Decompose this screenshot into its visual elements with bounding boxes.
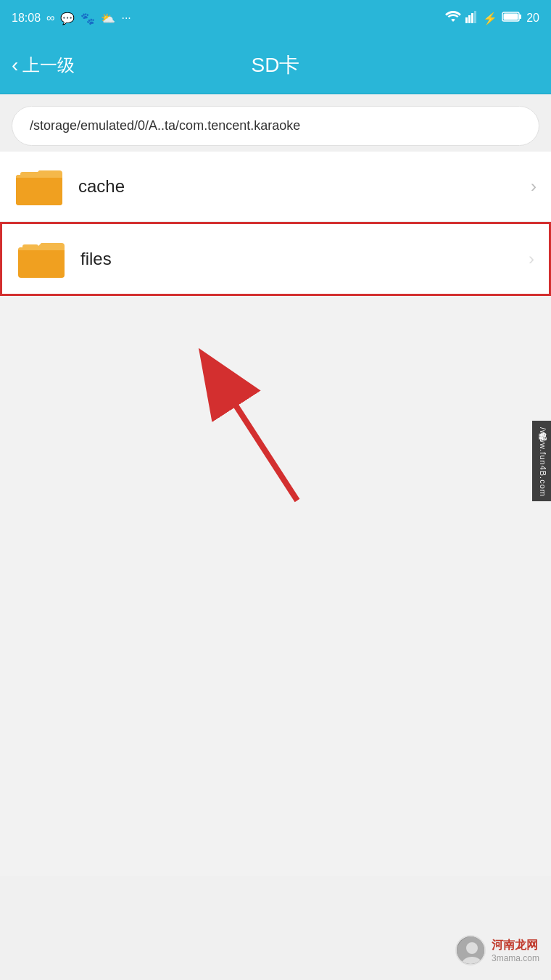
message-icon: 💬 [60, 12, 75, 25]
charging-icon: ⚡ [483, 12, 497, 25]
svg-rect-6 [504, 14, 518, 20]
more-icon: ··· [121, 12, 130, 25]
folder-icon-cache [14, 165, 64, 208]
file-list: cache › files › [0, 152, 551, 296]
status-right: ⚡ 20 [445, 10, 539, 26]
battery-level: 20 [526, 12, 539, 25]
svg-rect-10 [20, 172, 36, 178]
svg-rect-2 [471, 13, 473, 23]
status-bar: 18:08 ∞ 💬 🐾 ⛅ ··· ⚡ [0, 0, 551, 36]
list-item-cache[interactable]: cache › [0, 152, 551, 222]
bottom-watermark: 河南龙网 3mama.com [455, 935, 539, 965]
svg-rect-11 [18, 247, 65, 278]
cloud-icon: ⛅ [101, 12, 115, 25]
watermark-site: 河南龙网 [492, 938, 539, 953]
list-item-files[interactable]: files › [0, 222, 551, 296]
back-label: 上一级 [22, 54, 75, 77]
side-watermark: 成都吧/www.fun4B.com [532, 421, 551, 501]
svg-rect-12 [22, 244, 38, 250]
chevron-icon-files: › [529, 249, 534, 269]
file-name-cache: cache [78, 176, 525, 197]
status-left: 18:08 ∞ 💬 🐾 ⛅ ··· [12, 12, 131, 25]
photo-icon: 🐾 [80, 12, 95, 25]
svg-rect-5 [519, 15, 521, 19]
file-name-files: files [80, 249, 523, 269]
page-title: SD卡 [252, 52, 300, 79]
signal-icon [465, 10, 478, 26]
folder-icon-files [17, 237, 66, 281]
back-arrow-icon: ‹ [12, 55, 18, 75]
wifi-icon [445, 10, 461, 26]
svg-point-16 [466, 942, 478, 954]
svg-rect-3 [474, 11, 476, 23]
watermark-url: 3mama.com [492, 953, 539, 963]
infinity-icon: ∞ [46, 12, 54, 25]
path-text: /storage/emulated/0/A..ta/com.tencent.ka… [30, 118, 300, 133]
time-display: 18:08 [12, 12, 41, 25]
chevron-icon-cache: › [531, 176, 536, 197]
svg-rect-1 [468, 15, 471, 23]
watermark-avatar [455, 935, 486, 965]
svg-rect-8 [16, 175, 62, 205]
path-bar: /storage/emulated/0/A..ta/com.tencent.ka… [12, 106, 539, 146]
back-button[interactable]: ‹ 上一级 [12, 54, 75, 77]
svg-rect-0 [465, 17, 468, 23]
watermark-text-block: 河南龙网 3mama.com [492, 938, 539, 963]
empty-area [0, 296, 551, 876]
title-bar: ‹ 上一级 SD卡 [0, 36, 551, 94]
battery-icon [502, 11, 522, 25]
